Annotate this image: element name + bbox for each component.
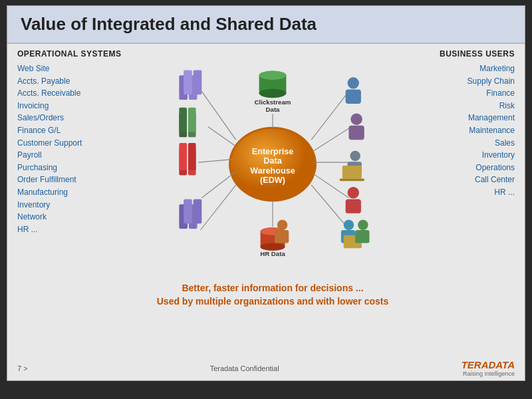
- svg-rect-36: [188, 108, 196, 132]
- svg-point-49: [350, 151, 360, 162]
- svg-rect-46: [346, 90, 361, 104]
- svg-point-58: [358, 219, 368, 230]
- teradata-logo: TERADATA: [462, 359, 515, 370]
- list-item: Finance: [402, 87, 515, 100]
- svg-point-60: [277, 219, 288, 230]
- svg-line-17: [201, 91, 235, 140]
- svg-point-9: [259, 70, 287, 80]
- diagram-svg: Enterprise Data Warehouse (EDW) Clickstr…: [144, 53, 402, 279]
- list-item: Network: [17, 211, 144, 223]
- svg-point-55: [344, 219, 354, 230]
- list-item: Sales: [402, 137, 515, 150]
- slide-body: OPERATIONAL SYSTEMS Web Site Accts. Paya…: [7, 44, 525, 378]
- business-list: Marketing Supply Chain Finance Risk Mana…: [402, 63, 515, 199]
- list-item: Inventory: [17, 199, 144, 211]
- svg-line-21: [200, 185, 235, 230]
- bottom-text-line1: Better, faster information for decisions…: [144, 282, 402, 295]
- list-item: Customer Support: [17, 137, 144, 150]
- svg-rect-48: [348, 126, 364, 140]
- svg-rect-61: [275, 230, 289, 243]
- svg-rect-32: [194, 70, 202, 94]
- svg-line-19: [198, 159, 233, 162]
- list-item: Management: [402, 112, 515, 124]
- operational-header: OPERATIONAL SYSTEMS: [17, 49, 144, 59]
- list-item: Operations: [402, 162, 515, 174]
- svg-line-18: [208, 127, 236, 146]
- list-item: Invoicing: [17, 100, 144, 112]
- list-item: Sales/Orders: [17, 112, 144, 124]
- svg-rect-52: [340, 178, 364, 181]
- footer-center: Teradata Confidential: [210, 364, 279, 372]
- list-item: Order Fulfillment: [17, 174, 144, 186]
- svg-point-47: [350, 113, 362, 124]
- svg-text:HR Data: HR Data: [260, 250, 285, 257]
- svg-text:Enterprise: Enterprise: [252, 147, 293, 156]
- list-item: Inventory: [402, 149, 515, 162]
- slide-footer: 7 > Teradata Confidential TERADATA Raisi…: [7, 359, 525, 377]
- list-item: Supply Chain: [402, 75, 515, 88]
- list-item: Accts. Receivable: [17, 87, 144, 100]
- list-item: Accts. Payable: [17, 75, 144, 88]
- svg-text:Clickstream: Clickstream: [255, 98, 291, 106]
- diagram-area: Enterprise Data Warehouse (EDW) Clickstr…: [144, 53, 402, 279]
- svg-line-28: [311, 185, 346, 227]
- svg-point-45: [348, 77, 359, 88]
- svg-line-20: [201, 172, 235, 198]
- list-item: HR ...: [402, 186, 515, 199]
- svg-rect-35: [179, 108, 187, 132]
- list-item: Finance G/L: [17, 124, 144, 137]
- list-item: Payroll: [17, 149, 144, 162]
- columns-layout: OPERATIONAL SYSTEMS Web Site Accts. Paya…: [17, 49, 515, 373]
- svg-rect-39: [179, 143, 187, 170]
- list-item: Maintenance: [402, 124, 515, 137]
- slide-title: Value of Integrated and Shared Data: [7, 6, 525, 44]
- svg-text:Data: Data: [266, 106, 281, 113]
- list-item: Manufacturing: [17, 186, 144, 199]
- business-users-column: BUSINESS USERS Marketing Supply Chain Fi…: [402, 49, 515, 373]
- svg-text:Data: Data: [263, 156, 282, 166]
- list-item: HR ...: [17, 223, 144, 236]
- svg-rect-31: [184, 70, 192, 94]
- footer-page: 7 >: [17, 364, 28, 372]
- svg-point-8: [259, 89, 287, 98]
- svg-text:Warehouse: Warehouse: [250, 166, 295, 176]
- slide: Value of Integrated and Shared Data OPER…: [7, 5, 525, 381]
- list-item: Web Site: [17, 63, 144, 75]
- svg-point-53: [348, 187, 359, 198]
- operational-systems-column: OPERATIONAL SYSTEMS Web Site Accts. Paya…: [17, 49, 144, 373]
- list-item: Marketing: [402, 63, 515, 75]
- svg-rect-40: [188, 143, 196, 170]
- svg-rect-54: [346, 199, 361, 213]
- teradata-branding: TERADATA Raising Intelligence: [462, 359, 515, 377]
- teradata-tagline: Raising Intelligence: [462, 370, 515, 377]
- list-item: Purchasing: [17, 162, 144, 174]
- operational-list: Web Site Accts. Payable Accts. Receivabl…: [17, 63, 144, 235]
- svg-text:(EDW): (EDW): [260, 176, 285, 185]
- svg-rect-59: [355, 230, 369, 243]
- business-header: BUSINESS USERS: [402, 49, 515, 59]
- bottom-text: Better, faster information for decisions…: [144, 282, 402, 308]
- list-item: Call Center: [402, 174, 515, 186]
- svg-rect-44: [194, 199, 202, 223]
- list-item: Risk: [402, 100, 515, 112]
- svg-rect-43: [184, 199, 192, 223]
- diagram-column: Enterprise Data Warehouse (EDW) Clickstr…: [144, 49, 402, 373]
- svg-rect-51: [342, 166, 362, 178]
- bottom-text-line2: Used by multiple organizations and with …: [144, 295, 402, 309]
